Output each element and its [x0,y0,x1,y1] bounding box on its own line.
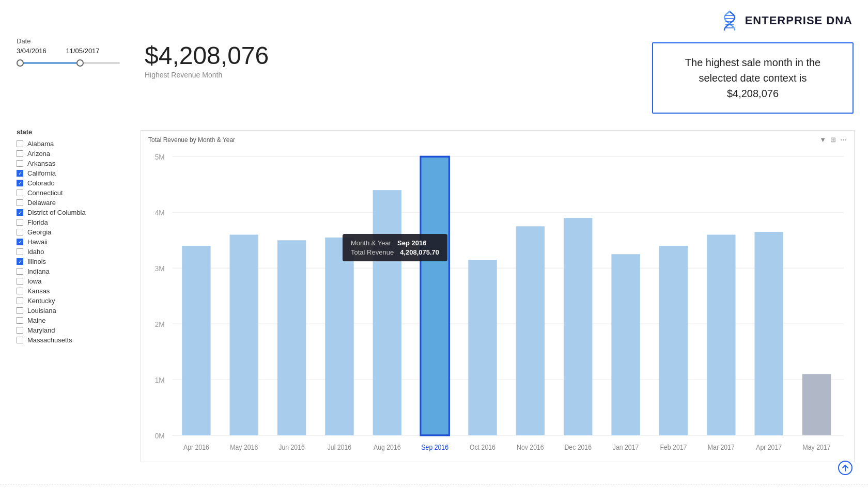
slider-thumb-right[interactable] [76,59,84,67]
state-name: California [27,169,56,177]
state-item[interactable]: Florida [17,218,138,226]
date-separator [51,47,62,55]
svg-text:Oct 2016: Oct 2016 [470,443,495,451]
state-name: Indiana [27,267,50,275]
svg-rect-27 [659,246,688,435]
state-checkbox[interactable]: ✓ [17,180,23,186]
kpi-label: Highest Revenue Month [145,71,269,79]
state-item[interactable]: Indiana [17,267,138,275]
state-checkbox[interactable] [17,229,23,235]
state-item[interactable]: ✓Hawaii [17,238,138,246]
state-item[interactable]: Kentucky [17,297,138,305]
date-slider[interactable] [17,58,120,68]
state-name: Massachusetts [27,336,72,344]
state-checkbox[interactable]: ✓ [17,209,23,216]
state-item[interactable]: Maryland [17,326,138,334]
state-checkbox[interactable]: ✓ [17,258,23,265]
state-item[interactable]: Massachusetts [17,336,138,344]
svg-rect-24 [516,226,545,435]
state-item[interactable]: ✓Colorado [17,179,138,187]
date-filter-label: Date [17,37,120,45]
state-checkbox[interactable] [17,307,23,314]
slider-thumb-left[interactable] [17,59,24,67]
svg-rect-25 [564,218,592,435]
state-checkbox[interactable]: ✓ [17,170,23,177]
state-name: Arkansas [27,160,55,167]
state-item[interactable]: Connecticut [17,189,138,197]
state-name: Illinois [27,258,46,265]
state-item[interactable]: Maine [17,317,138,324]
svg-text:May 2017: May 2017 [803,443,831,451]
more-icon[interactable]: ⋯ [840,136,847,144]
state-name: Florida [27,218,48,226]
state-checkbox[interactable] [17,317,23,324]
state-item[interactable]: Arizona [17,150,138,158]
state-item[interactable]: ✓California [17,169,138,177]
slider-fill [17,62,79,64]
svg-text:5M: 5M [155,152,165,161]
chart-title: Total Revenue by Month & Year [148,136,235,144]
state-item[interactable]: Georgia [17,228,138,236]
svg-text:Feb 2017: Feb 2017 [660,443,687,451]
state-name: Colorado [27,179,55,187]
svg-text:3M: 3M [155,264,165,273]
subscribe-icon[interactable] [838,461,853,478]
info-box: The highest sale month in theselected da… [652,42,854,114]
state-item[interactable]: Louisiana [17,307,138,314]
state-name: Georgia [27,228,51,236]
chart-container: Total Revenue by Month & Year ▼ ⊞ ⋯ 5M 4… [141,130,855,462]
logo-area: ENTERPRISE DNA [718,9,853,32]
date-filter: Date 3/04/2016 11/05/2017 [17,37,120,68]
state-checkbox[interactable] [17,219,23,226]
svg-text:Apr 2016: Apr 2016 [183,443,209,451]
state-checkbox[interactable]: ✓ [17,239,23,245]
state-checkbox[interactable] [17,337,23,343]
state-item[interactable]: ✓District of Columbia [17,209,138,216]
state-item[interactable]: Delaware [17,199,138,207]
chart-icons: ▼ ⊞ ⋯ [819,136,847,144]
state-item[interactable]: Alabama [17,140,138,148]
start-date: 3/04/2016 [17,47,47,55]
state-checkbox[interactable] [17,150,23,157]
svg-text:2M: 2M [155,320,165,328]
state-checkbox[interactable] [17,327,23,334]
state-checkbox[interactable] [17,248,23,255]
state-name: Iowa [27,277,41,285]
state-checkbox[interactable] [17,278,23,285]
logo-text: ENTERPRISE DNA [745,14,853,27]
filter-icon[interactable]: ▼ [819,136,826,144]
state-item[interactable]: Arkansas [17,160,138,167]
state-name: Arizona [27,150,50,158]
svg-text:Apr 2017: Apr 2017 [756,443,782,451]
info-box-value: $4,208,076 [727,88,779,99]
svg-rect-21 [373,190,401,435]
state-item[interactable]: Iowa [17,277,138,285]
end-date: 11/05/2017 [66,47,100,55]
svg-text:Sep 2016: Sep 2016 [421,443,448,451]
dna-icon [718,9,741,32]
state-checkbox[interactable] [17,199,23,206]
state-name: District of Columbia [27,209,86,216]
state-name: Delaware [27,199,56,207]
svg-rect-28 [707,234,735,435]
state-name: Connecticut [27,189,63,197]
svg-rect-30 [802,374,831,435]
state-name: Maryland [27,326,55,334]
state-checkbox[interactable] [17,160,23,167]
state-checkbox[interactable] [17,297,23,304]
svg-text:Jul 2016: Jul 2016 [328,443,351,451]
bottom-bar [0,484,868,488]
state-item[interactable]: Kansas [17,287,138,295]
state-item[interactable]: Idaho [17,248,138,256]
export-icon[interactable]: ⊞ [830,136,836,144]
state-checkbox[interactable] [17,190,23,196]
chart-svg-area: 5M 4M 3M 2M 1M 0M Apr 2016May 2016Jun 20… [148,147,847,454]
state-name: Kentucky [27,297,55,305]
state-checkbox[interactable] [17,288,23,294]
state-checkbox[interactable] [17,140,23,147]
state-checkbox[interactable] [17,268,23,275]
state-item[interactable]: ✓Illinois [17,258,138,265]
chart-header: Total Revenue by Month & Year ▼ ⊞ ⋯ [148,136,847,144]
svg-rect-26 [611,254,640,435]
svg-text:Dec 2016: Dec 2016 [564,443,592,451]
